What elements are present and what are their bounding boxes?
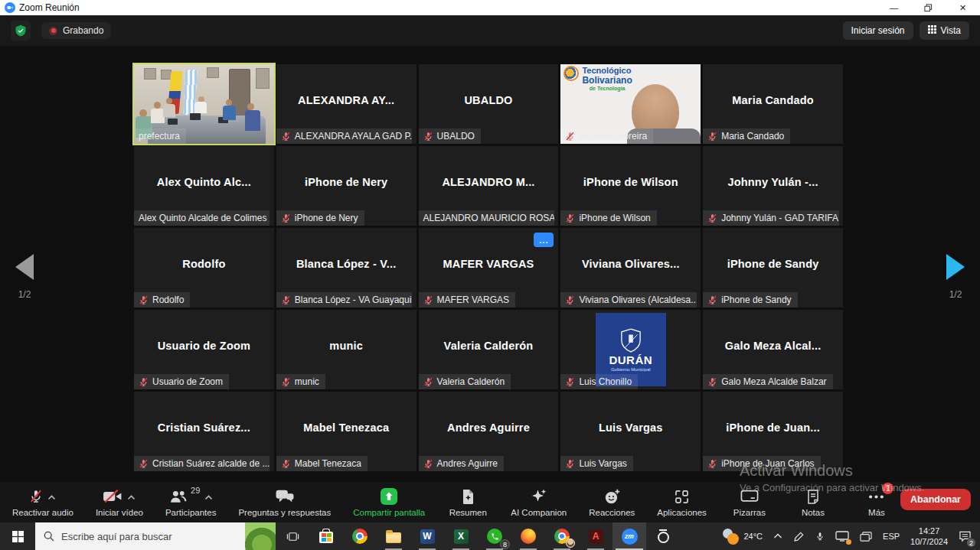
participant-tile[interactable]: MAFER VARGASMAFER VARGAS...: [419, 228, 559, 308]
toolbar-unmute[interactable]: Reactivar audio: [12, 487, 74, 517]
toolbar-more[interactable]: 1Más: [856, 487, 897, 517]
mic-muted-icon: [565, 459, 575, 469]
participant-label: iPhone de Juan Carlos: [703, 456, 820, 471]
participant-tile[interactable]: Mabel TenezacaMabel Tenezaca: [276, 392, 416, 471]
taskbar-task-view-icon[interactable]: [276, 522, 309, 550]
participant-tile[interactable]: Viviana Olivares...Viviana Olivares (Alc…: [560, 228, 701, 308]
participant-tile[interactable]: UBALDOUBALDO: [419, 64, 559, 144]
participant-label-text: Alex Quinto Alcalde de Colimes: [139, 213, 266, 223]
taskbar-explorer-icon[interactable]: [377, 522, 410, 550]
window-title: Zoom Reunión: [19, 2, 80, 13]
chevron-up-icon[interactable]: [127, 495, 136, 500]
taskbar-word-icon[interactable]: W: [410, 522, 444, 550]
participant-label-text: Usuario de Zoom: [152, 376, 223, 387]
close-button[interactable]: ✕: [946, 0, 980, 15]
chevron-up-icon[interactable]: [204, 495, 213, 500]
chevron-up-icon[interactable]: [47, 495, 56, 500]
toolbar-qa[interactable]: Preguntas y respuestas: [238, 487, 331, 517]
participant-label: Luis Chonillo: [560, 374, 638, 389]
taskbar-zoom-icon[interactable]: zm: [612, 522, 646, 550]
participant-tile[interactable]: iPhone de WilsoniPhone de Wilson: [560, 146, 701, 226]
mic-muted-icon: [707, 132, 717, 142]
toolbar-item-label: Pizarras: [733, 508, 766, 517]
microphone-icon[interactable]: [810, 522, 830, 550]
participant-name: Rodolfo: [134, 228, 274, 300]
toolbar-participants[interactable]: 29Participantes: [165, 487, 216, 517]
participant-video-area: Luis VargasLuis Vargas: [560, 392, 701, 471]
taskbar-acrobat-icon[interactable]: A: [579, 522, 612, 550]
participant-tile[interactable]: iPhone de SandyiPhone de Sandy: [703, 228, 843, 308]
participant-tile[interactable]: Valeria CalderónValeria Calderón: [419, 310, 559, 389]
taskbar-opera-icon[interactable]: [646, 522, 680, 550]
weather-widget[interactable]: 24°C: [717, 522, 768, 550]
toolbar-whiteboards[interactable]: Pizarras: [729, 487, 770, 517]
toolbar-share-screen[interactable]: Compartir pantalla: [353, 487, 425, 517]
taskbar-firefox-icon[interactable]: [511, 522, 545, 550]
participant-video-area: Alex Quinto Alc...Alex Quinto Alcalde de…: [134, 146, 274, 226]
clock[interactable]: 14:2710/7/2024: [905, 522, 953, 550]
toolbar-item-label: AI Companion: [511, 508, 567, 517]
minimize-button[interactable]: —: [877, 0, 911, 15]
participant-tile[interactable]: Usuario de ZoomUsuario de Zoom: [134, 310, 274, 389]
participant-tile[interactable]: iPhone de Juan...iPhone de Juan Carlos: [703, 392, 843, 471]
participant-tile[interactable]: Maria CandadoMaria Candado: [703, 64, 843, 144]
participant-video-area: Maria CandadoMaria Candado: [703, 64, 843, 144]
participant-tile[interactable]: Andres AguirreAndres Aguirre: [419, 392, 559, 471]
participant-label-text: Rodolfo: [152, 295, 184, 305]
participant-tile[interactable]: RodolfoRodolfo: [134, 228, 274, 308]
recording-indicator[interactable]: Grabando: [41, 22, 111, 39]
participant-tile[interactable]: prefectura: [134, 64, 274, 144]
participant-label-text: Luis Vargas: [579, 458, 626, 469]
participant-label: Maria Candado: [703, 129, 790, 144]
next-page-button[interactable]: 1/2: [939, 254, 972, 300]
security-shield-icon[interactable]: [11, 21, 31, 41]
participant-tile[interactable]: Cristian Suárez...Cristian Suárez alcald…: [134, 392, 274, 471]
participant-tile[interactable]: Galo Meza Alcal...Galo Meza Alcalde Balz…: [703, 310, 843, 389]
virtual-desktop-icon[interactable]: [854, 522, 877, 550]
view-button[interactable]: Vista: [920, 21, 969, 40]
participant-label-text: Rommel Moreira: [579, 131, 647, 142]
participant-tile[interactable]: Alex Quinto Alc...Alex Quinto Alcalde de…: [134, 146, 274, 226]
taskbar-whatsapp-icon[interactable]: 8: [478, 522, 511, 550]
summary-doc-icon: [461, 489, 475, 505]
pen-icon[interactable]: [788, 522, 810, 550]
search-daily-image[interactable]: [245, 522, 276, 550]
participant-tile[interactable]: DURÁN Gobierno Municipal Luis Chonillo: [560, 310, 701, 389]
toolbar-summary[interactable]: Resumen: [447, 487, 488, 517]
language-indicator[interactable]: ESP: [877, 522, 905, 550]
participant-video-area: ALEJANDRO M...ALEJANDRO MAURICIO ROSA...: [419, 146, 559, 226]
participant-tile[interactable]: ALEXANDRA AY...ALEXANDRA AYALA GAD P...: [276, 64, 416, 144]
profile-avatar: [566, 539, 575, 548]
action-center[interactable]: 2: [953, 522, 977, 550]
taskbar-chrome-icon[interactable]: [343, 522, 377, 550]
toolbar-notes[interactable]: Notas: [792, 487, 834, 517]
participant-tile[interactable]: Luis VargasLuis Vargas: [560, 392, 701, 471]
participant-tile[interactable]: Blanca López - V...Blanca López - VA Gua…: [276, 228, 416, 308]
toolbar-reactions[interactable]: Reacciones: [589, 487, 635, 517]
taskbar-store-icon[interactable]: [309, 522, 343, 550]
taskbar-search-box[interactable]: Escribe aquí para buscar: [35, 522, 276, 550]
taskbar-chrome-profile-icon[interactable]: [545, 522, 579, 550]
start-button[interactable]: [0, 522, 35, 550]
search-icon: [44, 531, 54, 542]
previous-page-button[interactable]: 1/2: [8, 254, 41, 300]
participant-tile[interactable]: municmunic: [276, 310, 416, 389]
participant-menu-button[interactable]: ...: [534, 233, 554, 247]
windows-taskbar: Escribe aquí para buscar WX8Azm 24°CESP1…: [0, 522, 980, 550]
hidden-icons-chevron[interactable]: [768, 522, 788, 550]
participant-tile[interactable]: Johnny Yulán -...Johnny Yulán - GAD TARI…: [703, 146, 843, 226]
toolbar-ai-companion[interactable]: AI Companion: [511, 487, 567, 517]
restore-button[interactable]: [911, 0, 946, 15]
taskbar-excel-icon[interactable]: X: [444, 522, 478, 550]
participant-name: iPhone de Juan...: [703, 392, 843, 464]
participant-tile[interactable]: Tecnológico Bolivariano de Tecnología Ro…: [560, 64, 701, 144]
toolbar-start-video[interactable]: Iniciar vídeo: [96, 487, 143, 517]
duran-logo-sub: Gobierno Municipal: [611, 367, 651, 372]
participant-tile[interactable]: ALEJANDRO M...ALEJANDRO MAURICIO ROSA...: [419, 146, 559, 226]
participant-tile[interactable]: iPhone de NeryiPhone de Nery: [276, 146, 416, 226]
toolbar-apps[interactable]: Aplicaciones: [657, 487, 707, 517]
cast-icon[interactable]: [830, 522, 854, 550]
leave-meeting-button[interactable]: Abandonar: [900, 489, 971, 510]
app-badge: 8: [500, 539, 510, 549]
sign-in-button[interactable]: Iniciar sesión: [843, 21, 913, 40]
